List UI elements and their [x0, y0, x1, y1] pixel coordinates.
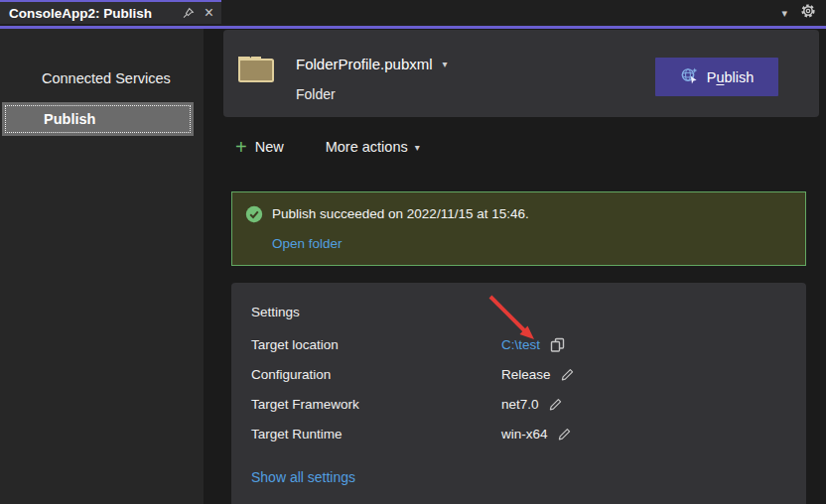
chevron-down-icon: ▾ — [443, 59, 448, 69]
setting-row-target-framework: Target Framework net7.0 — [251, 394, 563, 414]
setting-row-target-location: Target location C:\test — [251, 334, 566, 354]
publish-button-label: Publish — [707, 69, 755, 85]
open-folder-link[interactable]: Open folder — [272, 236, 343, 251]
edit-pencil-icon[interactable] — [548, 397, 563, 412]
setting-value: Release — [501, 367, 551, 382]
plus-icon: + — [235, 138, 247, 156]
more-actions-button[interactable]: More actions ▾ — [326, 139, 420, 155]
tab-strip-controls: ▾ — [781, 0, 816, 26]
profile-toolbar: + New More actions ▾ — [235, 138, 420, 156]
settings-title: Settings — [251, 305, 300, 319]
new-profile-button[interactable]: + New — [235, 138, 284, 156]
profile-header: FolderProfile.pubxml ▾ Folder Publish — [223, 30, 819, 117]
profile-name-label: FolderProfile.pubxml — [296, 56, 433, 72]
tab-list-chevron-icon[interactable]: ▾ — [781, 7, 787, 20]
success-message: Publish succeeded on 2022/11/15 at 15:46… — [272, 206, 529, 221]
show-all-settings-link[interactable]: Show all settings — [251, 469, 355, 485]
document-tab-strip: ConsoleApp2: Publish × ▾ — [0, 0, 826, 29]
pin-icon[interactable] — [182, 6, 196, 20]
copy-icon[interactable] — [549, 336, 566, 353]
setting-row-target-runtime: Target Runtime win-x64 — [251, 424, 572, 443]
setting-value: win-x64 — [501, 427, 548, 441]
setting-label: Target Framework — [251, 397, 501, 412]
gear-icon[interactable] — [800, 3, 816, 23]
edit-pencil-icon[interactable] — [560, 367, 575, 382]
profile-selector[interactable]: FolderProfile.pubxml ▾ — [296, 56, 448, 72]
folder-icon — [236, 51, 276, 88]
setting-label: Target Runtime — [251, 427, 501, 441]
tab-consoleapp2-publish[interactable]: ConsoleApp2: Publish × — [0, 0, 221, 24]
more-actions-label: More actions — [326, 139, 408, 155]
setting-row-configuration: Configuration Release — [251, 364, 575, 384]
chevron-down-icon: ▾ — [415, 142, 420, 153]
sidebar-item-connected-services[interactable]: Connected Services — [0, 63, 204, 94]
close-icon[interactable]: × — [205, 6, 213, 20]
publish-main-area: FolderProfile.pubxml ▾ Folder Publish — [204, 29, 826, 504]
setting-label: Target location — [251, 337, 501, 352]
settings-panel: Settings Target location C:\test Configu… — [231, 283, 806, 504]
sidebar-item-publish[interactable]: Publish — [2, 102, 194, 136]
vs-publish-window: ConsoleApp2: Publish × ▾ Connected Servi — [0, 0, 826, 504]
publish-success-banner: Publish succeeded on 2022/11/15 at 15:46… — [231, 191, 806, 266]
tab-title: ConsoleApp2: Publish — [9, 6, 152, 21]
target-location-link[interactable]: C:\test — [501, 337, 540, 352]
publish-button[interactable]: Publish — [655, 58, 778, 96]
new-label: New — [255, 139, 284, 155]
profile-type-label: Folder — [296, 86, 336, 102]
edit-pencil-icon[interactable] — [557, 427, 572, 441]
publish-nav-sidebar: Connected Services Publish — [0, 29, 204, 504]
web-publish-icon — [680, 66, 699, 88]
setting-value: net7.0 — [501, 397, 539, 412]
setting-label: Configuration — [251, 367, 501, 382]
success-check-icon — [245, 205, 263, 227]
